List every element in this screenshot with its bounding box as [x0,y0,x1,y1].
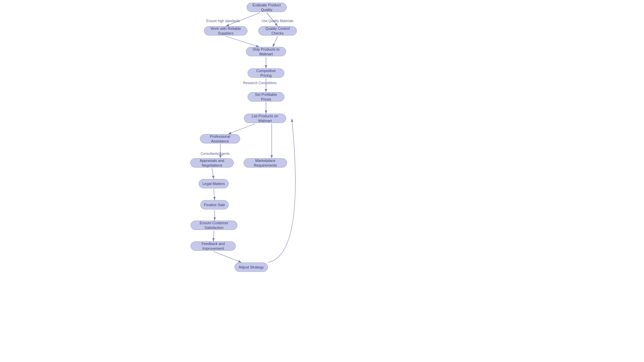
flowchart-container: Evaluate Product Quality Ensure high sta… [0,0,644,362]
node-finalize: Finalize Sale [200,200,229,209]
node-list: List Products on Walmart [244,114,286,123]
node-customer: Ensure Customer Satisfaction [191,221,237,230]
node-professional: Professional Assistance [200,134,240,143]
label-consultants: Consultants/Agents [201,152,230,156]
label-quality-materials: Use Quality Materials [262,19,293,23]
label-research: Research Competitors [243,81,276,85]
label-ensure-standards: Ensure high standards [206,19,240,23]
arrow-customer-feedback [213,231,214,241]
node-adjust: Adjust Strategy [234,262,268,272]
node-ship: Ship Products to Walmart [246,47,286,56]
node-appraisals: Appraisals and Negotiations [190,158,234,168]
node-setprices: Set Profitable Prices [248,92,284,102]
arrow-quality-ship [273,36,278,47]
arrow-legal-finalize [214,189,215,200]
arrows-svg [0,0,644,362]
node-evaluate: Evaluate Product Quality [247,3,287,12]
node-feedback: Feedback and Improvement [191,241,236,251]
arrow-appraisals-legal [212,168,214,179]
node-reliable: Work with Reliable Suppliers [204,26,248,36]
arrow-adjust-list [268,119,296,262]
node-quality: Quality Control Checks [258,26,297,36]
arrow-reliable-ship [226,36,259,47]
arrow-feedback-adjust [213,251,241,262]
node-competitive: Competitive Pricing [248,68,284,78]
arrow-list-professional [228,124,255,134]
node-legal: Legal Matters [199,179,229,188]
node-marketplace: Marketplace Requirements [244,158,287,168]
